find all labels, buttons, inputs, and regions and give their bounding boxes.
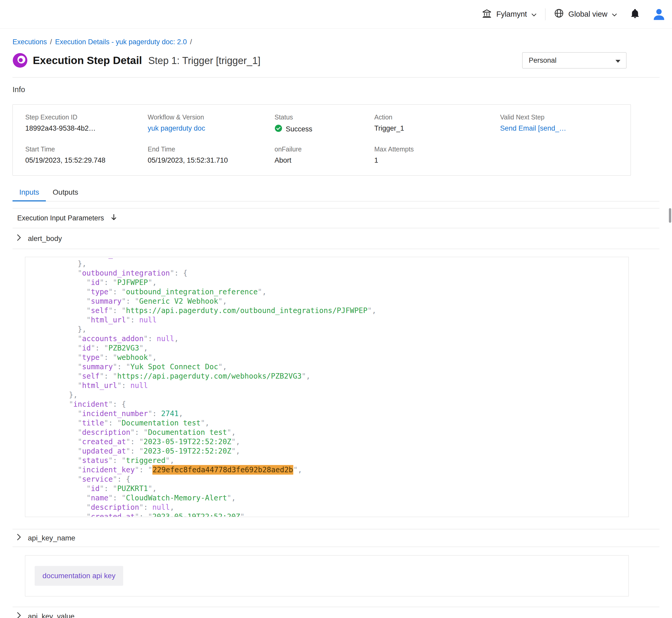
page-header: Execution Step Detail Step 1: Trigger [t… [12,52,660,69]
scope-select-value: Personal [529,57,557,65]
start-time-value: 05/19/2023, 15:52:29.748 [25,157,148,165]
info-field-start-time: Start Time 05/19/2023, 15:52:29.748 [25,145,148,165]
breadcrumb-executions[interactable]: Executions [12,38,47,46]
org-switcher[interactable]: Fylamynt [482,8,537,20]
chevron-right-icon [17,234,21,243]
status-value: Success [274,124,374,134]
json-code-lines: "html_url": null }, "outbound_integratio… [25,257,628,517]
breadcrumb-separator: / [50,38,52,46]
info-heading: Info [12,85,660,94]
action-value: Trigger_1 [374,124,500,132]
breadcrumb-execution-details[interactable]: Execution Details - yuk pagerduty doc: 2… [55,38,187,46]
section-api-key-value[interactable]: api_key_value [12,607,660,618]
page-subtitle: Step 1: Trigger [trigger_1] [148,55,260,66]
status-text: Success [286,125,312,133]
params-heading: Execution Input Parameters [17,214,104,222]
bank-icon [482,8,492,20]
info-field-onfailure: onFailure Abort [274,145,374,165]
info-field-end-time: End Time 05/19/2023, 15:52:31.710 [148,145,274,165]
info-field-action: Action Trigger_1 [374,113,500,134]
section-api-key-value-label: api_key_value [28,612,75,618]
chevron-right-icon [17,533,21,542]
workflow-link[interactable]: yuk pagerduty doc [148,124,274,132]
bell-icon [630,9,640,20]
api-key-name-chip: documentation api key [35,566,123,586]
end-time-value: 05/19/2023, 15:52:31.710 [148,157,274,165]
view-label: Global view [568,10,607,18]
topbar-divider [545,8,545,20]
section-divider [12,77,660,78]
info-field-workflow-version: Workflow & Version yuk pagerduty doc [148,113,274,134]
user-avatar[interactable] [652,7,666,22]
tab-inputs[interactable]: Inputs [12,185,46,201]
info-card: Step Execution ID 18992a43-9538-4b2… Wor… [12,104,631,176]
json-code-viewer[interactable]: "html_url": null }, "outbound_integratio… [25,257,629,517]
info-field-valid-next-step: Valid Next Step Send Email [send_… [500,113,618,134]
notifications-button[interactable] [630,9,640,20]
execution-step-detail-page: Fylamynt Global view [0,0,672,618]
page-title: Execution Step Detail [33,55,142,67]
caret-down-icon [615,57,620,65]
page-scrollbar-thumb[interactable] [669,208,671,223]
onfailure-value: Abort [274,157,374,165]
info-field-status: Status Success [274,113,374,134]
chevron-right-icon [17,612,21,618]
info-field-step-execution-id: Step Execution ID 18992a43-9538-4b2… [25,113,148,134]
chevron-down-icon [611,10,617,18]
breadcrumb-separator: / [190,38,192,46]
download-arrow-icon[interactable] [111,214,117,223]
success-check-icon [274,124,282,134]
view-switcher[interactable]: Global view [554,8,617,20]
chevron-down-icon [531,10,537,18]
step-execution-id-value: 18992a43-9538-4b2… [25,124,148,132]
org-label: Fylamynt [496,10,527,18]
tab-bar: Inputs Outputs [12,185,660,201]
execution-input-parameters-header: Execution Input Parameters [12,208,660,228]
section-api-key-name-label: api_key_name [28,534,75,542]
globe-icon [554,8,564,20]
api-key-name-value-box: documentation api key [25,555,629,596]
top-bar: Fylamynt Global view [0,0,672,29]
section-api-key-name[interactable]: api_key_name [12,529,660,547]
tab-outputs[interactable]: Outputs [46,185,85,201]
max-attempts-value: 1 [374,157,500,165]
valid-next-step-link[interactable]: Send Email [send_… [500,124,618,132]
fylamynt-logo-icon [12,53,27,68]
person-icon [652,7,666,22]
scope-select[interactable]: Personal [522,52,626,69]
info-field-max-attempts: Max Attempts 1 [374,145,500,165]
section-alert-body[interactable]: alert_body [12,228,660,249]
section-alert-body-label: alert_body [28,234,62,243]
main-content: Executions / Execution Details - yuk pag… [12,38,660,618]
breadcrumb: Executions / Execution Details - yuk pag… [12,38,660,46]
title-group: Execution Step Detail Step 1: Trigger [t… [33,55,260,67]
